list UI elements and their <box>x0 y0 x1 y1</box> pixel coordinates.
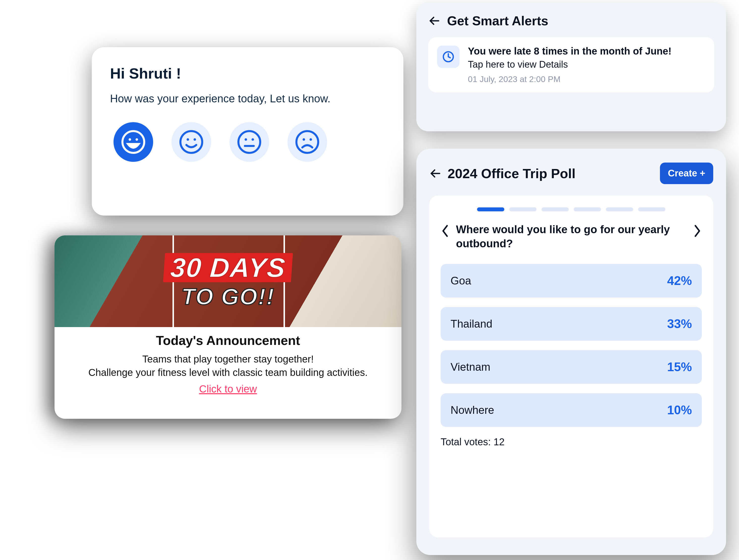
progress-step <box>574 207 601 212</box>
back-arrow-icon[interactable] <box>429 167 441 179</box>
mood-smile[interactable] <box>171 122 211 162</box>
alert-subtext: Tap here to view Details <box>468 59 672 70</box>
chevron-left-icon[interactable] <box>441 224 450 238</box>
poll-option-label: Vietnam <box>451 361 490 373</box>
poll-body: Where would you like to go for our yearl… <box>429 195 713 538</box>
announcement-line-1: Teams that play together stay together! <box>64 353 392 366</box>
smart-alerts-card: Get Smart Alerts You were late 8 times i… <box>416 2 726 131</box>
clock-icon <box>437 45 459 68</box>
poll-question: Where would you like to go for our yearl… <box>456 222 687 251</box>
svg-point-4 <box>187 138 189 141</box>
announcement-card: 30 DAYS TO GO!! Today's Announcement Tea… <box>54 236 402 419</box>
poll-option[interactable]: Nowhere 10% <box>441 393 702 427</box>
chevron-right-icon[interactable] <box>693 224 702 238</box>
svg-point-5 <box>193 138 196 141</box>
svg-point-7 <box>245 138 247 141</box>
smile-icon <box>179 130 204 154</box>
progress-step <box>477 207 504 212</box>
progress-step <box>542 207 569 212</box>
progress-step <box>509 207 537 212</box>
announcement-title: Today's Announcement <box>64 333 392 348</box>
announcement-view-link[interactable]: Click to view <box>199 383 257 395</box>
laugh-icon <box>121 130 146 154</box>
svg-point-1 <box>129 138 131 141</box>
svg-point-2 <box>136 138 138 141</box>
banner-headline-1: 30 DAYS <box>163 253 293 282</box>
poll-card: 2024 Office Trip Poll Create + Where wou… <box>416 149 726 555</box>
mood-sad[interactable] <box>287 122 327 162</box>
feedback-card: Hi Shruti ! How was your experience toda… <box>92 47 404 216</box>
alert-timestamp: 01 July, 2023 at 2:00 PM <box>468 74 672 84</box>
poll-option-label: Thailand <box>451 318 492 330</box>
poll-progress <box>441 207 702 212</box>
poll-option-label: Nowhere <box>451 404 494 416</box>
svg-point-12 <box>309 138 312 141</box>
mood-neutral[interactable] <box>230 122 269 162</box>
poll-option-label: Goa <box>451 275 471 287</box>
svg-point-11 <box>303 138 305 141</box>
poll-option-pct: 33% <box>667 317 692 331</box>
poll-option-pct: 10% <box>667 403 692 417</box>
svg-point-0 <box>122 131 144 153</box>
poll-option-pct: 42% <box>667 274 692 288</box>
back-arrow-icon[interactable] <box>428 15 440 27</box>
progress-step <box>638 207 666 212</box>
svg-point-10 <box>296 131 318 153</box>
announcement-line-2: Challenge your fitness level with classi… <box>64 366 392 379</box>
alerts-title: Get Smart Alerts <box>447 13 548 28</box>
poll-option-pct: 15% <box>667 360 692 374</box>
poll-total-votes: Total votes: 12 <box>441 436 702 447</box>
svg-point-8 <box>252 138 254 141</box>
mood-laugh[interactable] <box>114 122 153 162</box>
progress-step <box>606 207 633 212</box>
poll-option[interactable]: Vietnam 15% <box>441 350 702 384</box>
poll-option[interactable]: Thailand 33% <box>441 307 702 341</box>
feedback-prompt: How was your experience today, Let us kn… <box>110 93 385 105</box>
svg-point-6 <box>239 131 260 153</box>
banner-headline-2: TO GO!! <box>181 284 275 310</box>
sad-icon <box>295 130 320 154</box>
mood-selector <box>110 122 385 162</box>
alert-item[interactable]: You were late 8 times in the month of Ju… <box>428 37 714 93</box>
neutral-icon <box>237 130 262 154</box>
announcement-banner: 30 DAYS TO GO!! <box>54 236 402 327</box>
create-poll-button[interactable]: Create + <box>660 162 713 184</box>
svg-point-3 <box>180 131 202 153</box>
poll-title: 2024 Office Trip Poll <box>448 166 653 181</box>
feedback-greeting: Hi Shruti ! <box>110 65 385 82</box>
alert-headline: You were late 8 times in the month of Ju… <box>468 45 672 57</box>
poll-option[interactable]: Goa 42% <box>441 264 702 298</box>
